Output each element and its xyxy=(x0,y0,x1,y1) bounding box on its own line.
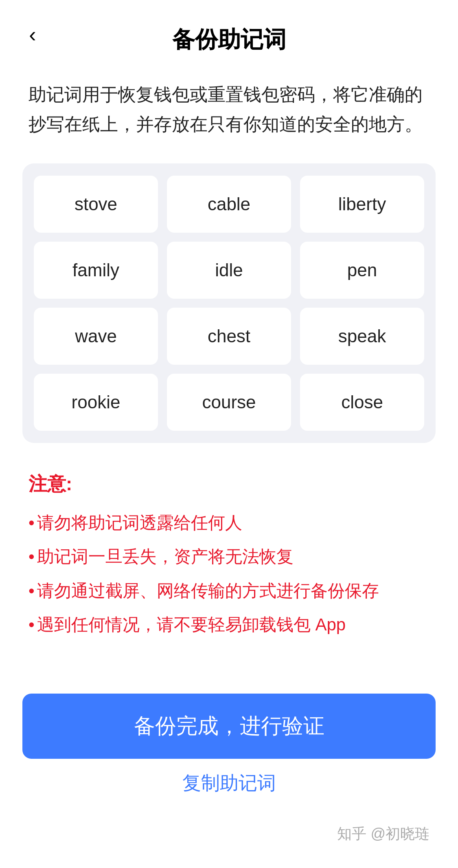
warning-bullet: • xyxy=(28,577,35,604)
warning-item-text: 助记词一旦丢失，资产将无法恢复 xyxy=(37,543,294,570)
mnemonic-word: stove xyxy=(34,176,158,233)
button-area: 备份完成，进行验证 复制助记词 xyxy=(0,694,458,816)
mnemonic-word: liberty xyxy=(300,176,424,233)
page: ‹ 备份助记词 助记词用于恢复钱包或重置钱包密码，将它准确的抄写在纸上，并存放在… xyxy=(0,0,458,868)
mnemonic-word: family xyxy=(34,242,158,299)
warning-list: •请勿将助记词透露给任何人•助记词一旦丢失，资产将无法恢复•请勿通过截屏、网络传… xyxy=(28,509,430,638)
mnemonic-word: chest xyxy=(167,308,291,365)
mnemonic-grid: stovecablelibertyfamilyidlepenwavechests… xyxy=(34,176,424,431)
mnemonic-word: pen xyxy=(300,242,424,299)
mnemonic-word: cable xyxy=(167,176,291,233)
page-title: 备份助记词 xyxy=(172,24,286,55)
warning-item-text: 遇到任何情况，请不要轻易卸载钱包 App xyxy=(37,611,346,638)
mnemonic-word: speak xyxy=(300,308,424,365)
back-icon: ‹ xyxy=(29,24,36,45)
warning-item: •请勿通过截屏、网络传输的方式进行备份保存 xyxy=(28,577,430,604)
warning-section: 注意: •请勿将助记词透露给任何人•助记词一旦丢失，资产将无法恢复•请勿通过截屏… xyxy=(0,463,458,661)
mnemonic-word: idle xyxy=(167,242,291,299)
warning-item: •遇到任何情况，请不要轻易卸载钱包 App xyxy=(28,611,430,638)
copy-button[interactable]: 复制助记词 xyxy=(22,763,436,804)
warning-item: •请勿将助记词透露给任何人 xyxy=(28,509,430,536)
warning-item: •助记词一旦丢失，资产将无法恢复 xyxy=(28,543,430,570)
mnemonic-container: stovecablelibertyfamilyidlepenwavechests… xyxy=(22,163,436,443)
warning-item-text: 请勿将助记词透露给任何人 xyxy=(37,509,242,536)
mnemonic-word: close xyxy=(300,374,424,431)
spacer xyxy=(0,661,458,694)
description-text: 助记词用于恢复钱包或重置钱包密码，将它准确的抄写在纸上，并存放在只有你知道的安全… xyxy=(0,68,458,159)
warning-bullet: • xyxy=(28,543,35,570)
verify-button[interactable]: 备份完成，进行验证 xyxy=(22,694,436,759)
header: ‹ 备份助记词 xyxy=(0,0,458,68)
warning-item-text: 请勿通过截屏、网络传输的方式进行备份保存 xyxy=(37,577,379,604)
watermark: 知乎 @初晓琏 xyxy=(0,816,458,856)
warning-bullet: • xyxy=(28,611,35,638)
warning-title: 注意: xyxy=(28,471,430,497)
warning-bullet: • xyxy=(28,509,35,536)
mnemonic-word: wave xyxy=(34,308,158,365)
back-button[interactable]: ‹ xyxy=(20,22,45,47)
mnemonic-word: rookie xyxy=(34,374,158,431)
mnemonic-word: course xyxy=(167,374,291,431)
